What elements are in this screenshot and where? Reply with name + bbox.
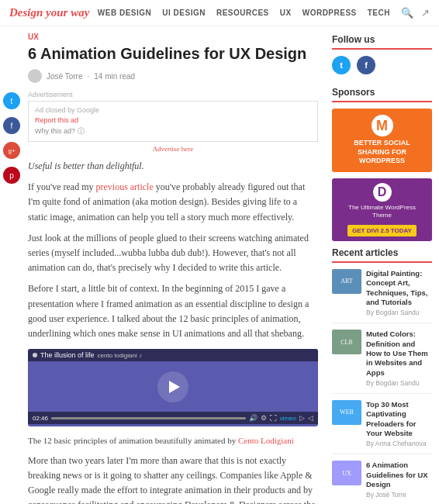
- nav-resources[interactable]: RESOURCES: [216, 9, 269, 17]
- ad-box: Ad closed by Google Report this ad Why t…: [28, 101, 318, 142]
- advertise-here-link[interactable]: Advertise here: [28, 145, 318, 153]
- search-icon[interactable]: 🔍: [401, 7, 413, 19]
- video-body[interactable]: [28, 361, 318, 412]
- sponsor-ad-2[interactable]: D The Ultimate WordPress Theme GET DIVI …: [332, 178, 432, 241]
- fullscreen-icon[interactable]: ⛶: [270, 414, 277, 422]
- video-progress-bar[interactable]: [51, 417, 246, 419]
- nav-ux[interactable]: UX: [280, 9, 292, 17]
- recent-article-item-4[interactable]: UX 6 Animation Guidelines for UX Design …: [332, 461, 432, 504]
- advertisement-label: Advertisement: [28, 91, 318, 98]
- video-controls: 02:46 🔊 ⚙ ⛶ vimeo ▷ ◁: [28, 412, 318, 424]
- thumb-img-3: WEB: [332, 400, 361, 425]
- nav-web-design[interactable]: WEB DESIGN: [98, 9, 151, 17]
- recent-thumb-1: ART: [332, 269, 361, 294]
- recent-title-4[interactable]: 6 Animation Guidelines for UX Design: [366, 461, 432, 489]
- recent-title-3[interactable]: Top 30 Most Captivating Preloaders for Y…: [366, 400, 432, 438]
- follow-us-title: Follow us: [332, 34, 432, 50]
- video-dot-1: [33, 353, 37, 357]
- author-name: José Torre: [47, 72, 83, 81]
- main-article: UX 6 Animation Guidelines for UX Design …: [23, 26, 326, 504]
- recent-article-item-1[interactable]: ART Digital Painting: Concept Art, Techn…: [332, 269, 432, 323]
- recent-author-4: By José Torre: [366, 491, 432, 499]
- thumb-img-4: UX: [332, 461, 361, 485]
- article-para-1: If you've read my previous article If yo…: [28, 180, 318, 225]
- sponsor-purple-box: D The Ultimate WordPress Theme GET DIVI …: [332, 178, 432, 241]
- sponsor1-title: BETTER SOCIAL SHARING FOR WORDPRESS: [338, 139, 426, 166]
- main-nav: WEB DESIGN UI DESIGN RESOURCES UX WORDPR…: [98, 9, 390, 17]
- video-author: cento lodigiani ♪: [98, 352, 142, 359]
- recent-info-2: Muted Colors: Definition and How to Use …: [366, 330, 432, 387]
- recent-author-3: By Anna Chehanova: [366, 440, 432, 447]
- sponsor-ad-1[interactable]: M BETTER SOCIAL SHARING FOR WORDPRESS: [332, 109, 432, 172]
- video-title: The illusion of life: [40, 351, 95, 359]
- thumb-img-2: CLR: [332, 330, 361, 354]
- previous-article-link[interactable]: previous article: [95, 181, 153, 192]
- author-avatar: [28, 69, 42, 83]
- pinterest-share-icon[interactable]: p: [3, 167, 20, 184]
- googleplus-share-icon[interactable]: g+: [3, 142, 20, 159]
- ad-report-button[interactable]: Report this ad: [35, 116, 311, 124]
- vimeo-logo: vimeo: [280, 415, 296, 422]
- article-meta: José Torre · 14 min read: [28, 69, 318, 83]
- play-triangle-icon: [169, 381, 180, 393]
- recent-article-item-2[interactable]: CLR Muted Colors: Definition and How to …: [332, 330, 432, 394]
- article-para-3: Before I start, a little bit of context.…: [28, 281, 318, 341]
- sponsor2-tagline: The Ultimate WordPress Theme: [338, 204, 426, 220]
- right-sidebar: Follow us t f Sponsors M BETTER SOCIAL S…: [326, 26, 438, 504]
- read-time-separator: ·: [88, 72, 90, 81]
- arrow-left-icon[interactable]: ◁: [308, 414, 313, 422]
- sponsors-title: Sponsors: [332, 87, 432, 102]
- video-play-button[interactable]: [157, 371, 188, 402]
- article-title: 6 Animation Guidelines for UX Design: [28, 44, 318, 63]
- recent-thumb-3: WEB: [332, 400, 361, 425]
- nav-tech[interactable]: TECH: [368, 9, 390, 17]
- recent-info-3: Top 30 Most Captivating Preloaders for Y…: [366, 400, 432, 447]
- thumb-img-1: ART: [332, 269, 361, 294]
- video-title-bar: The illusion of life cento lodigiani ♪: [28, 349, 318, 361]
- share-icon[interactable]: ↗: [421, 7, 430, 19]
- read-time: 14 min read: [94, 72, 135, 81]
- ad-why-button[interactable]: Why this ad? ⓘ: [35, 126, 311, 136]
- recent-author-2: By Bogdan Sandu: [366, 379, 432, 387]
- social-sidebar: t f g+ p: [0, 26, 23, 504]
- sponsor-orange-box: M BETTER SOCIAL SHARING FOR WORDPRESS: [332, 109, 432, 172]
- sponsor2-cta-button[interactable]: GET DIVI 2.5 TODAY: [347, 225, 417, 236]
- video-time: 02:46: [33, 415, 48, 422]
- recent-author-1: By Bogdan Sandu: [366, 309, 432, 316]
- header-icons: 🔍 ↗: [401, 7, 430, 19]
- sponsor1-logo: M: [372, 115, 393, 136]
- recent-thumb-2: CLR: [332, 330, 361, 354]
- twitter-follow-icon[interactable]: t: [332, 56, 351, 74]
- recent-info-1: Digital Painting: Concept Art, Technique…: [366, 269, 432, 316]
- site-logo[interactable]: Design your way: [9, 6, 89, 19]
- settings-icon[interactable]: ⚙: [261, 414, 267, 422]
- recent-thumb-4: UX: [332, 461, 361, 485]
- recent-title-2[interactable]: Muted Colors: Definition and How to Use …: [366, 330, 432, 378]
- recent-articles-title: Recent articles: [332, 247, 432, 263]
- facebook-share-icon[interactable]: f: [3, 117, 20, 134]
- article-para-2: Just look at the millions of people glue…: [28, 231, 318, 276]
- facebook-follow-icon[interactable]: f: [357, 56, 375, 74]
- page-container: t f g+ p UX 6 Animation Guidelines for U…: [0, 26, 439, 504]
- volume-icon[interactable]: 🔊: [249, 414, 258, 422]
- sponsor2-logo: D: [373, 183, 392, 202]
- share-video-icon[interactable]: ▷: [299, 414, 305, 422]
- follow-icons: t f: [332, 56, 432, 74]
- article-intro: Useful is better than delightful.: [28, 159, 318, 174]
- article-para-4: More than two years later I'm more than …: [28, 454, 318, 504]
- recent-info-4: 6 Animation Guidelines for UX Design By …: [366, 461, 432, 499]
- nav-wordpress[interactable]: WORDPRESS: [302, 9, 357, 17]
- twitter-share-icon[interactable]: t: [3, 92, 20, 109]
- video-caption: The 12 basic principles of animation bea…: [28, 434, 318, 447]
- ad-powered-by: Ad closed by Google: [35, 106, 311, 114]
- recent-title-1[interactable]: Digital Painting: Concept Art, Technique…: [366, 269, 432, 307]
- recent-article-item-3[interactable]: WEB Top 30 Most Captivating Preloaders f…: [332, 400, 432, 454]
- video-embed[interactable]: The illusion of life cento lodigiani ♪ 0…: [28, 349, 318, 426]
- cento-lodigiani-link[interactable]: Cento Lodigiani: [238, 436, 294, 445]
- article-category: UX: [28, 33, 318, 41]
- site-header: Design your way WEB DESIGN UI DESIGN RES…: [0, 0, 439, 26]
- nav-ui-design[interactable]: UI DESIGN: [162, 9, 206, 17]
